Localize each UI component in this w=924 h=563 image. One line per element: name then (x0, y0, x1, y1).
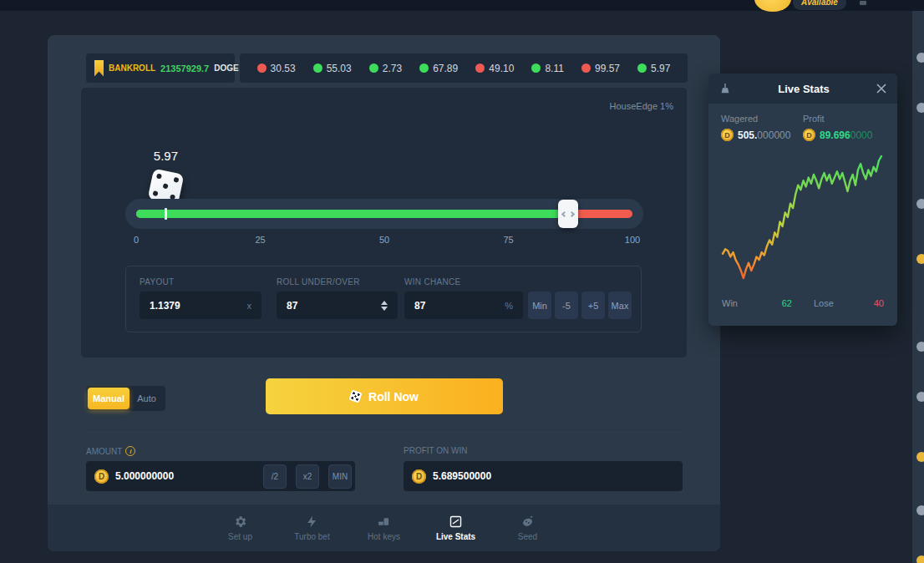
bottom-nav: Set up Turbo bet Hot keys Live Stats See… (48, 505, 720, 551)
recent-roll[interactable]: 55.03 (313, 63, 352, 74)
chart-icon (449, 515, 463, 529)
clear-stats-icon[interactable] (719, 83, 731, 94)
live-stats-header: Live Stats (708, 74, 897, 104)
nav-seed[interactable]: Seed (505, 515, 551, 541)
win-chance-value: 87 (414, 300, 425, 312)
payout-label: PAYOUT (140, 277, 174, 287)
win-count: 62 (782, 298, 792, 308)
dice-icon (348, 389, 362, 403)
win-chance-min-button[interactable]: Min (528, 292, 551, 319)
scale-tick-75: 75 (503, 235, 513, 245)
win-chance-input[interactable]: 87 % (404, 292, 523, 319)
slider-track[interactable] (136, 210, 632, 218)
recent-roll[interactable]: 67.89 (419, 63, 458, 74)
win-label: Win (722, 298, 738, 308)
profit-sparkline-chart (719, 148, 886, 292)
win-chance-plus5-button[interactable]: +5 (581, 292, 605, 319)
chat-avatar-icon (916, 392, 924, 402)
roll-under-over-value: 87 (287, 300, 297, 312)
roll-result-value: 49.10 (489, 63, 514, 74)
topbar-widget[interactable] (860, 1, 866, 5)
bankroll-label: BANKROLL (109, 63, 155, 73)
roll-now-button[interactable]: Roll Now (266, 378, 503, 414)
doge-coin-icon: D (721, 129, 734, 141)
chat-avatar-icon (916, 254, 924, 264)
info-icon[interactable]: i (125, 446, 135, 456)
recent-roll[interactable]: 5.97 (637, 63, 670, 74)
payout-suffix: x (247, 301, 252, 311)
nav-turbo-bet[interactable]: Turbo bet (289, 515, 336, 541)
amount-min-button[interactable]: MIN (328, 464, 352, 489)
live-stats-panel: Live Stats Wagered D 505.000000 Profit D… (708, 74, 897, 326)
bankroll-bar: BANKROLL 21357929.7 DOGE (86, 53, 235, 83)
auto-mode-tab[interactable]: Auto (129, 388, 164, 409)
scale-tick-25: 25 (255, 235, 265, 245)
hotkeys-icon (377, 515, 391, 529)
roll-result-dot (581, 63, 591, 73)
bankroll-value: 21357929.7 (160, 63, 209, 74)
win-chance-suffix: % (505, 301, 513, 311)
doge-coin-icon: D (803, 129, 815, 141)
nav-live-stats[interactable]: Live Stats (433, 515, 480, 541)
slider-handle[interactable] (558, 200, 578, 228)
live-stats-title: Live Stats (731, 83, 876, 95)
seed-icon (520, 515, 535, 529)
roll-under-over-input[interactable]: 87 (277, 292, 398, 319)
amount-label: AMOUNT (86, 447, 122, 456)
bet-mode-toggle: Manual Auto (86, 386, 165, 411)
chat-edge-strip[interactable] (912, 11, 924, 563)
recent-roll[interactable]: 8.11 (531, 63, 563, 74)
chat-avatar-icon (916, 342, 924, 352)
win-chance-max-button[interactable]: Max (608, 292, 632, 319)
scale-tick-100: 100 (625, 235, 640, 245)
roll-under-over-label: ROLL UNDER/OVER (277, 277, 360, 287)
roll-slider (125, 199, 643, 229)
swap-icon[interactable] (381, 301, 388, 311)
payout-input[interactable]: 1.1379 x (140, 292, 261, 319)
roll-result-dot (257, 63, 267, 73)
chat-avatar-icon (916, 555, 924, 563)
roll-now-label: Roll Now (368, 390, 419, 403)
chevron-left-icon (561, 210, 567, 216)
recent-roll[interactable]: 99.57 (581, 63, 620, 74)
amount-double-button[interactable]: x2 (296, 464, 319, 489)
result-tick-marker (165, 208, 167, 220)
roll-result-label: 5.97 (147, 149, 184, 163)
roll-result-dot (637, 63, 647, 73)
roll-result-value: 2.73 (383, 63, 402, 74)
chat-avatar-icon (916, 505, 924, 515)
roll-result-dot (313, 63, 322, 73)
lose-count: 40 (874, 298, 884, 308)
profit-label: Profit (803, 114, 885, 124)
recent-roll[interactable]: 49.10 (475, 63, 514, 74)
section-divider (86, 432, 683, 433)
lose-label: Lose (814, 298, 834, 308)
amount-input[interactable]: D 5.000000000 /2 x2 MIN (86, 461, 355, 491)
roll-result-dot (475, 63, 485, 73)
recent-roll[interactable]: 2.73 (369, 63, 402, 74)
win-lose-row: Win 62 Lose 40 (708, 292, 897, 308)
amount-half-button[interactable]: /2 (263, 464, 287, 489)
profit-value: D 89.6960000 (803, 129, 885, 141)
scale-tick-0: 0 (134, 235, 139, 245)
amount-value: 5.000000000 (115, 470, 254, 482)
scale-tick-50: 50 (379, 235, 389, 245)
recent-rolls-bar: 30.5355.032.7367.8949.108.1199.575.97 (240, 53, 688, 83)
close-icon[interactable] (876, 84, 886, 94)
available-badge: Available (793, 0, 846, 10)
slider-scale: 0 25 50 75 100 (136, 235, 632, 246)
bankroll-currency: DOGE (214, 63, 238, 73)
roll-result-value: 5.97 (651, 63, 670, 74)
chevron-right-icon (569, 210, 575, 216)
recent-roll[interactable]: 30.53 (257, 63, 296, 74)
wagered-value: D 505.000000 (721, 129, 803, 141)
manual-mode-tab[interactable]: Manual (88, 388, 129, 409)
doge-coin-icon: D (94, 469, 109, 484)
doge-coin-icon: D (412, 469, 426, 484)
house-edge-label: HouseEdge 1% (610, 101, 673, 111)
win-chance-minus5-button[interactable]: -5 (555, 292, 578, 319)
roll-result-value: 8.11 (545, 63, 563, 74)
nav-set-up[interactable]: Set up (217, 515, 264, 541)
profit-on-win-label: PROFIT ON WIN (404, 446, 467, 455)
nav-hot-keys[interactable]: Hot keys (361, 515, 408, 541)
